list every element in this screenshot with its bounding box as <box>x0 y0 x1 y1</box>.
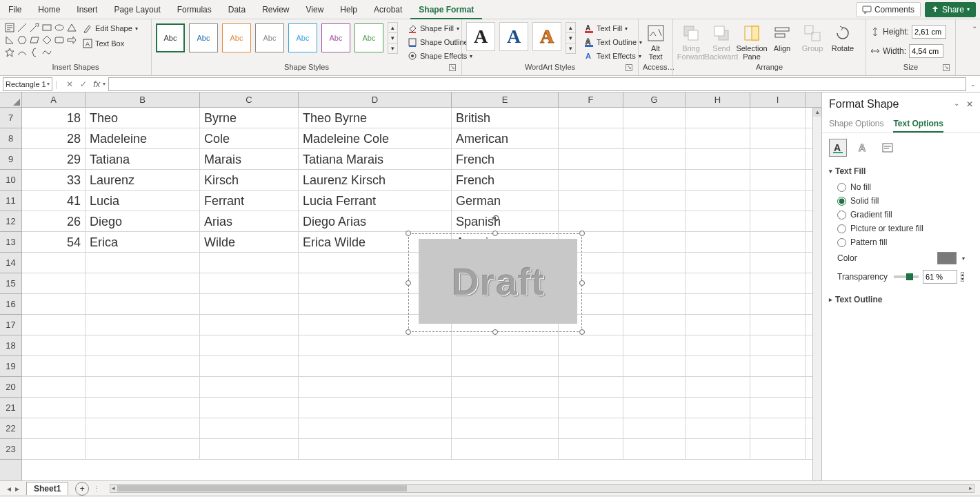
cell[interactable] <box>623 439 686 459</box>
name-box[interactable]: Rectangle 1 ▾ <box>3 77 52 91</box>
cell[interactable] <box>559 398 623 418</box>
cell[interactable] <box>750 294 806 314</box>
column-header[interactable]: H <box>686 92 750 107</box>
pane-dropdown-icon[interactable]: ⌄ <box>954 99 959 109</box>
cell[interactable]: Theo Byrne <box>299 108 452 128</box>
pane-tab-shape-options[interactable]: Shape Options <box>829 116 883 133</box>
row-header[interactable]: 18 <box>0 335 21 356</box>
cell[interactable]: 28 <box>22 128 86 148</box>
row-header[interactable]: 8 <box>0 128 21 149</box>
cell[interactable] <box>200 377 299 397</box>
cell[interactable]: 41 <box>22 191 86 211</box>
color-picker[interactable] <box>937 252 957 264</box>
cell[interactable] <box>299 418 452 438</box>
cell[interactable]: Tatiana <box>86 149 200 169</box>
row-header[interactable]: 22 <box>0 418 21 439</box>
cell[interactable] <box>86 377 200 397</box>
spreadsheet-grid[interactable]: ABCDEFGHI 789101112131415161718192021222… <box>0 92 821 480</box>
cell[interactable] <box>559 149 623 169</box>
cell[interactable]: Madeleine Cole <box>299 128 452 148</box>
cell[interactable] <box>559 128 623 148</box>
cell[interactable] <box>200 418 299 438</box>
pane-tab-text-options[interactable]: Text Options <box>893 116 943 133</box>
cell[interactable] <box>686 128 750 148</box>
cell[interactable]: Cole <box>200 128 299 148</box>
cell[interactable]: Laurenz <box>86 170 200 190</box>
height-input[interactable] <box>912 25 946 39</box>
cell[interactable] <box>750 253 806 273</box>
column-header[interactable]: E <box>452 92 559 107</box>
cell[interactable] <box>86 356 200 376</box>
width-input[interactable] <box>909 44 943 58</box>
tab-file[interactable]: File <box>0 0 30 19</box>
cell[interactable] <box>452 398 559 418</box>
cell[interactable] <box>299 439 452 459</box>
fx-icon[interactable]: fx <box>93 79 100 89</box>
cell[interactable]: American <box>452 128 559 148</box>
cell[interactable] <box>623 108 686 128</box>
shape-style-6[interactable]: Abc <box>321 23 350 52</box>
cell[interactable]: 18 <box>22 108 86 128</box>
resize-handle-s[interactable] <box>492 329 498 335</box>
cell[interactable]: German <box>452 191 559 211</box>
cell[interactable] <box>200 315 299 335</box>
cell[interactable] <box>686 253 750 273</box>
resize-handle-e[interactable] <box>579 280 585 286</box>
cell[interactable] <box>623 335 686 355</box>
selection-pane-button[interactable]: Selection Pane <box>738 22 766 62</box>
tab-view[interactable]: View <box>298 0 332 19</box>
cell[interactable] <box>86 273 200 293</box>
cell[interactable] <box>750 108 806 128</box>
cell[interactable] <box>559 418 623 438</box>
cell[interactable] <box>559 170 623 190</box>
cell[interactable] <box>559 356 623 376</box>
column-header[interactable]: C <box>200 92 299 107</box>
text-box-pane-icon[interactable] <box>879 139 897 157</box>
cell[interactable]: Theo <box>86 108 200 128</box>
cell[interactable]: Tatiana Marais <box>299 149 452 169</box>
cell[interactable] <box>452 439 559 459</box>
cell[interactable] <box>686 273 750 293</box>
vertical-scrollbar[interactable]: ▴ <box>812 108 821 480</box>
row-header[interactable]: 23 <box>0 439 21 460</box>
cell[interactable] <box>299 377 452 397</box>
cell[interactable]: Diego <box>86 211 200 231</box>
cell[interactable] <box>559 211 623 231</box>
cell[interactable] <box>200 273 299 293</box>
scroll-left-icon[interactable]: ◂ <box>112 485 115 491</box>
cell[interactable] <box>623 191 686 211</box>
cell[interactable]: French <box>452 170 559 190</box>
resize-handle-se[interactable] <box>579 329 585 335</box>
cell[interactable] <box>623 398 686 418</box>
spinner-down-icon[interactable]: ▾ <box>961 277 963 281</box>
cell[interactable]: Diego Arias <box>299 211 452 231</box>
text-outline-section-header[interactable]: ▸ Text Outline <box>829 295 973 304</box>
cell[interactable]: 29 <box>22 149 86 169</box>
cell[interactable] <box>452 377 559 397</box>
cell[interactable] <box>750 170 806 190</box>
shape-style-5[interactable]: Abc <box>288 23 317 52</box>
cell[interactable] <box>686 191 750 211</box>
gallery-up-icon[interactable]: ▴ <box>388 23 397 32</box>
sheet-nav-next-icon[interactable]: ▸ <box>15 484 19 494</box>
cell[interactable] <box>22 418 86 438</box>
pattern-fill-radio[interactable]: Pattern fill <box>829 235 973 249</box>
close-icon[interactable]: ✕ <box>966 99 973 109</box>
shape-gallery[interactable] <box>4 22 77 58</box>
cell[interactable] <box>750 315 806 335</box>
cell[interactable] <box>686 232 750 252</box>
cell[interactable] <box>559 439 623 459</box>
tab-review[interactable]: Review <box>254 0 297 19</box>
cell[interactable] <box>200 253 299 273</box>
tab-help[interactable]: Help <box>332 0 366 19</box>
cell[interactable]: Byrne <box>200 108 299 128</box>
cell[interactable] <box>686 377 750 397</box>
gallery-more-icon[interactable]: ▾ <box>566 43 575 53</box>
cell[interactable] <box>200 294 299 314</box>
cancel-formula-icon[interactable]: ✕ <box>64 79 75 89</box>
tab-shape-format[interactable]: Shape Format <box>410 0 482 19</box>
column-header[interactable]: B <box>86 92 200 107</box>
column-header[interactable]: A <box>22 92 86 107</box>
cell[interactable] <box>200 356 299 376</box>
cell[interactable]: Kirsch <box>200 170 299 190</box>
